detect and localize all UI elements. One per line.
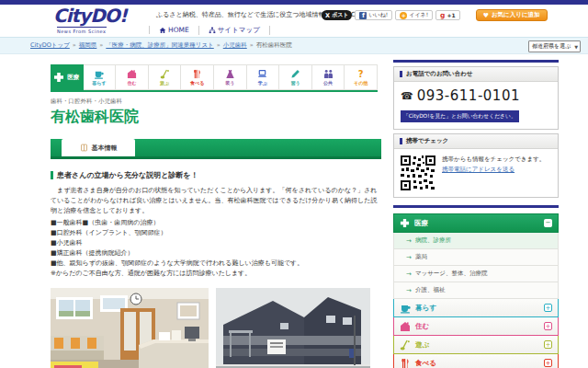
arrow-icon: → — [406, 237, 412, 245]
heart-icon: ♥ — [483, 12, 489, 19]
tab-basic-info[interactable]: 基本情報 — [62, 139, 135, 156]
sidebar-menu-play[interactable]: 遊ぶ + — [393, 336, 559, 354]
breadcrumb-link-category-list[interactable]: 「医療・病院、診療所」関連業種リスト — [106, 41, 213, 49]
iine-label: イイネ! — [409, 11, 428, 19]
mobile-check-box: 携帯でチェック — [393, 133, 559, 198]
menu-play-label: 遊ぶ — [415, 340, 544, 350]
nav-home[interactable]: HOME — [149, 26, 198, 34]
plus-one-label: +1 — [447, 12, 455, 18]
nav-sitemap[interactable]: サイトマップ — [198, 26, 270, 35]
sidebar-divider — [393, 205, 559, 208]
medical-cross-icon — [53, 72, 64, 83]
breadcrumb: CityDOトップ»福岡県»「医療・病院、診療所」関連業種リスト»小児歯科»有松… — [30, 41, 292, 50]
top-nav: HOME サイトマップ — [149, 24, 270, 36]
category-tab-eat[interactable]: 食べる — [181, 64, 214, 90]
dress-icon — [225, 69, 235, 79]
category-tab-lessons[interactable]: 習う — [279, 64, 312, 90]
breadcrumb-link-pediatric[interactable]: 小児歯科 — [223, 41, 247, 49]
menu-item-label: マッサージ、整体、治療院 — [415, 270, 488, 278]
clinic-category-label: 歯科・口腔外科・小児歯科 — [51, 98, 381, 106]
golf-icon — [400, 339, 411, 351]
expand-toggle[interactable]: + — [544, 322, 552, 330]
mobile-check-text: 携帯からも情報をチェックできます。 — [442, 155, 545, 163]
google-plus-one-button[interactable]: g +1 — [435, 10, 460, 20]
category-tab-label: その他 — [354, 80, 368, 86]
x-post-button[interactable]: X ポスト — [322, 10, 352, 20]
breadcrumb-separator: » — [73, 41, 76, 49]
category-tab-public[interactable]: 公共 — [312, 64, 345, 90]
exterior-photo — [216, 288, 370, 368]
mobile-box-header: 携帯でチェック — [394, 134, 558, 149]
x-post-label: ポスト — [332, 11, 348, 19]
category-tab-medical[interactable]: 医療 — [51, 64, 84, 90]
prefecture-select[interactable]: 都道府県を選ぶ ▼ — [528, 40, 581, 52]
question-icon: ? — [358, 69, 364, 79]
category-tab-housing[interactable]: 住む — [116, 64, 149, 90]
expand-toggle[interactable]: + — [544, 304, 552, 312]
breadcrumb-separator: » — [217, 41, 220, 49]
breadcrumb-link-top[interactable]: CityDOトップ — [30, 41, 70, 49]
phone-box-header: お電話でのお問い合わせ — [394, 67, 558, 82]
menu-item-label: 薬局 — [415, 253, 427, 261]
breadcrumb-link-pref[interactable]: 福岡県 — [79, 41, 97, 49]
section-heading-text: 患者さんの立場から充分な説明と診断を！ — [57, 170, 198, 180]
category-tab-label: 暮らす — [92, 80, 106, 86]
iine-button[interactable]: + イイネ! — [395, 10, 433, 20]
category-tab-other[interactable]: ? その他 — [345, 64, 378, 90]
green-bullet-icon — [51, 171, 53, 179]
menu-item-label: 病院、診療所 — [415, 236, 451, 245]
double-bar-icon — [400, 138, 402, 144]
menu-item-care[interactable]: → 介護、福祉 — [393, 282, 559, 299]
site-header: CityDO! News From Scinex ふるさと納税、特産品、旅行など… — [0, 5, 588, 37]
facebook-like-button[interactable]: f いいね! — [355, 10, 392, 20]
cup-icon — [400, 303, 411, 314]
menu-item-hospitals[interactable]: → 病院、診療所 — [393, 233, 559, 249]
logo-tagline: News From Scinex — [57, 27, 107, 34]
page: CityDO! News From Scinex ふるさと納税、特産品、旅行など… — [0, 0, 588, 368]
send-address-link[interactable]: 携帯電話にアドレスを送る — [442, 166, 514, 173]
menu-item-massage[interactable]: → マッサージ、整体、治療院 — [393, 266, 559, 282]
facebook-like-label: いいね! — [368, 11, 388, 19]
visit-note: ※からだのご不自由な方、通院が困難な方には訪問診療いたします。 — [51, 269, 381, 279]
phone-number: 093-611-0101 — [417, 87, 520, 104]
sidebar-menu-living[interactable]: 暮らす + — [393, 299, 559, 317]
mobile-text-block: 携帯からも情報をチェックできます。 携帯電話にアドレスを送る — [442, 155, 545, 191]
x-icon: X — [325, 12, 330, 19]
add-favorite-button[interactable]: ♥ お気に入りに追加 — [476, 9, 548, 21]
category-tab-play[interactable]: 遊ぶ — [149, 64, 182, 90]
category-tab-label: 装う — [225, 80, 234, 86]
social-buttons: X ポスト f いいね! + イイネ! g +1 ♥ お気に入りに追加 — [322, 9, 548, 21]
category-tab-label: 学ぶ — [258, 80, 267, 86]
category-tab-label: 習う — [290, 80, 300, 86]
cup-icon — [94, 69, 104, 79]
mobile-box-title: 携帯でチェック — [406, 137, 448, 145]
arrow-icon: → — [406, 270, 412, 278]
double-bar-icon — [400, 71, 402, 77]
phone-row: ☎ 093-611-0101 — [401, 87, 551, 104]
arrow-icon: → — [406, 287, 412, 294]
expand-toggle[interactable]: + — [544, 340, 552, 349]
nav-home-label: HOME — [168, 26, 189, 34]
detail-tab-bar: 基本情報 — [51, 139, 381, 159]
breadcrumb-current: 有松歯科医院 — [256, 41, 292, 49]
category-tab-label: 遊ぶ — [160, 80, 169, 86]
fork-knife-icon — [400, 358, 411, 368]
phone-contact-box: お電話でのお問い合わせ ☎ 093-611-0101 「CityDO!を見た」と… — [393, 66, 559, 130]
citydo-logo[interactable]: CityDO! — [53, 6, 127, 25]
house-icon — [127, 69, 137, 79]
sidebar-menu-housing[interactable]: 住む + — [393, 317, 559, 336]
category-tab-label: 公共 — [323, 80, 333, 86]
arrow-icon: → — [406, 254, 412, 261]
sidebar-menu-medical[interactable]: 医療 − — [393, 213, 559, 233]
breadcrumb-separator: » — [250, 41, 254, 49]
menu-item-pharmacy[interactable]: → 薬局 — [393, 249, 559, 266]
google-g-icon: g — [440, 11, 445, 19]
category-tab-living[interactable]: 暮らす — [84, 64, 117, 90]
category-tab-fashion[interactable]: 装う — [214, 64, 247, 90]
sitemap-icon — [209, 27, 216, 34]
collapse-toggle[interactable]: − — [544, 219, 552, 227]
mobile-box-body: 携帯からも情報をチェックできます。 携帯電話にアドレスを送る — [394, 149, 558, 197]
category-tab-learn[interactable]: 学ぶ — [247, 64, 280, 90]
expand-toggle[interactable]: + — [544, 359, 552, 367]
sidebar-menu-eat[interactable]: 食べる + — [393, 354, 559, 368]
